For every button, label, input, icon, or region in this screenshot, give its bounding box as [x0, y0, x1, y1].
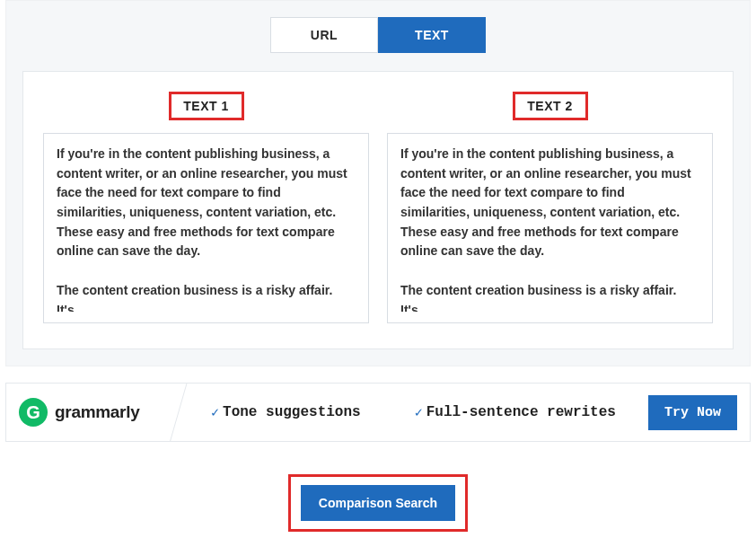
ad-logo-block: G grammarly [6, 384, 166, 441]
ad-feature-rewrites: ✓ Full-sentence rewrites [415, 404, 616, 421]
textarea-1-container [43, 133, 369, 323]
ad-banner-grammarly: G grammarly ✓ Tone suggestions ✓ Full-se… [5, 383, 751, 442]
compare-box: TEXT 1 TEXT 2 [22, 71, 734, 349]
column-header-highlight: TEXT 1 [169, 92, 244, 120]
comparison-search-button[interactable]: Comparison Search [301, 485, 455, 521]
grammarly-logo-icon: G [19, 398, 48, 427]
column-header-1: TEXT 1 [183, 99, 228, 113]
ad-feature-list: ✓ Tone suggestions ✓ Full-sentence rewri… [166, 404, 648, 421]
check-icon: ✓ [415, 404, 423, 421]
ad-feature-text: Full-sentence rewrites [426, 404, 616, 420]
action-highlight-box: Comparison Search [288, 474, 468, 532]
ad-feature-text: Tone suggestions [223, 404, 361, 420]
column-header-2: TEXT 2 [527, 99, 572, 113]
column-header-highlight: TEXT 2 [513, 92, 588, 120]
check-icon: ✓ [211, 404, 219, 421]
textarea-2-container [387, 133, 713, 323]
textarea-2[interactable] [400, 145, 699, 312]
textarea-1[interactable] [57, 145, 356, 312]
input-mode-tabs: URL TEXT [22, 17, 734, 53]
ad-brand-name: grammarly [55, 402, 139, 422]
ad-try-now-button[interactable]: Try Now [648, 395, 737, 430]
column-text-1: TEXT 1 [43, 92, 369, 323]
tab-text[interactable]: TEXT [378, 17, 486, 53]
ad-feature-tone: ✓ Tone suggestions [211, 404, 361, 421]
action-row: Comparison Search [0, 474, 756, 538]
column-text-2: TEXT 2 [387, 92, 713, 323]
tab-url[interactable]: URL [270, 17, 378, 53]
tool-panel: URL TEXT TEXT 1 TEXT 2 [5, 0, 751, 366]
